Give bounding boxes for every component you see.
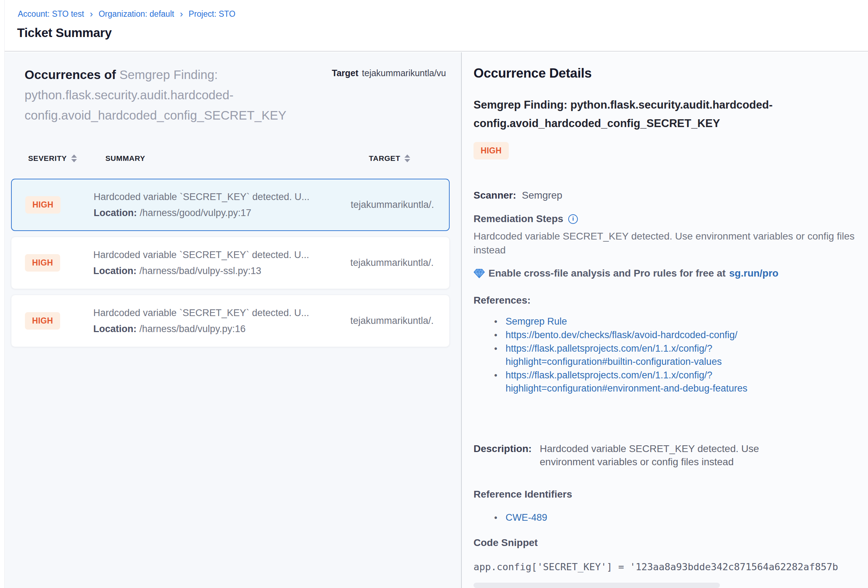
scanner-row: Scanner:Semgrep xyxy=(474,190,562,201)
horizontal-scrollbar-thumb[interactable] xyxy=(474,583,720,588)
column-header-summary: SUMMARY xyxy=(105,154,145,163)
code-snippet-label: Code Snippet xyxy=(474,537,537,548)
details-heading: Occurrence Details xyxy=(474,66,592,81)
breadcrumb: Account: STO test › Organization: defaul… xyxy=(18,9,235,19)
column-header-severity[interactable]: SEVERITY xyxy=(28,154,77,163)
occurrences-heading-bold: Occurrences of xyxy=(25,68,116,81)
location-value: /harness/bad/vulpy.py:16 xyxy=(140,324,246,334)
chevron-right-icon: › xyxy=(180,10,183,18)
cwe-link[interactable]: CWE-489 xyxy=(506,511,547,524)
reference-link[interactable]: https://flask.palletsprojects.com/en/1.1… xyxy=(506,369,758,395)
occurrences-table-header: SEVERITY SUMMARY TARGET xyxy=(28,154,441,168)
references-list: • Semgrep Rule • https://bento.dev/check… xyxy=(494,315,765,395)
bullet-icon: • xyxy=(494,329,506,342)
target-label: Target xyxy=(332,68,359,78)
reference-link[interactable]: https://flask.palletsprojects.com/en/1.1… xyxy=(506,342,758,368)
column-header-severity-label: SEVERITY xyxy=(28,154,67,163)
sort-icon xyxy=(404,155,410,162)
app-header: Account: STO test › Organization: defaul… xyxy=(0,0,868,52)
reference-link[interactable]: https://bento.dev/checks/flask/avoid-har… xyxy=(506,329,737,342)
pro-tip-row: Enable cross-file analysis and Pro rules… xyxy=(474,268,778,279)
breadcrumb-project-link[interactable]: Project: STO xyxy=(189,9,235,19)
occurrence-row-selected[interactable]: HIGH Hardcoded variable `SECRET_KEY` det… xyxy=(11,179,450,231)
collapsed-nav-strip xyxy=(0,0,4,588)
severity-badge: HIGH xyxy=(474,142,509,159)
occurrences-panel: Occurrences of Semgrep Finding: python.f… xyxy=(4,52,462,588)
reference-item: • https://bento.dev/checks/flask/avoid-h… xyxy=(494,329,765,342)
reference-identifier-item: • CWE-489 xyxy=(494,511,547,524)
chevron-right-icon: › xyxy=(90,10,93,18)
content-area: Occurrences of Semgrep Finding: python.f… xyxy=(4,52,868,588)
location-label: Location: xyxy=(94,208,137,218)
reference-item: • https://flask.palletsprojects.com/en/1… xyxy=(494,342,765,368)
occurrences-rows: HIGH Hardcoded variable `SECRET_KEY` det… xyxy=(11,179,450,353)
occurrence-summary: Hardcoded variable `SECRET_KEY` detected… xyxy=(93,305,350,321)
occurrence-target: tejakummarikuntla/. xyxy=(350,315,449,326)
target-line: Targettejakummarikuntla/vu xyxy=(332,68,461,78)
references-label: References: xyxy=(474,295,530,306)
occurrence-summary: Hardcoded variable `SECRET_KEY` detected… xyxy=(93,247,350,263)
description-row: Description: Hardcoded variable SECRET_K… xyxy=(474,442,803,469)
reference-identifiers-list: • CWE-489 xyxy=(494,511,547,525)
location-value: /harness/bad/vulpy-ssl.py:13 xyxy=(140,265,261,276)
target-value: tejakummarikuntla/vu xyxy=(362,68,446,78)
remediation-steps-row: Remediation Steps i xyxy=(474,213,578,225)
occurrence-details-panel: Occurrence Details Semgrep Finding: pyth… xyxy=(462,52,868,588)
bullet-icon: • xyxy=(494,369,506,395)
occurrence-row[interactable]: HIGH Hardcoded variable `SECRET_KEY` det… xyxy=(11,237,450,289)
reference-item: • Semgrep Rule xyxy=(494,315,765,328)
bullet-icon: • xyxy=(494,511,506,524)
location-label: Location: xyxy=(93,265,137,276)
gem-icon xyxy=(474,269,485,279)
column-header-summary-label: SUMMARY xyxy=(105,154,145,163)
occurrences-heading: Occurrences of Semgrep Finding: python.f… xyxy=(25,65,345,125)
pro-tip-link[interactable]: sg.run/pro xyxy=(729,268,778,279)
severity-badge: HIGH xyxy=(25,196,61,214)
breadcrumb-account-link[interactable]: Account: STO test xyxy=(18,9,84,19)
page-title: Ticket Summary xyxy=(17,26,112,40)
bullet-icon: • xyxy=(494,315,506,328)
occurrence-target: tejakummarikuntla/. xyxy=(351,199,449,210)
finding-title: Semgrep Finding: python.flask.security.a… xyxy=(474,96,833,133)
column-header-target[interactable]: TARGET xyxy=(369,154,410,163)
bullet-icon: • xyxy=(494,342,506,368)
location-value: /harness/good/vulpy.py:17 xyxy=(140,208,251,218)
severity-badge: HIGH xyxy=(25,312,60,330)
reference-identifiers-label: Reference Identifiers xyxy=(474,489,572,500)
severity-badge: HIGH xyxy=(25,254,60,271)
scanner-label: Scanner: xyxy=(474,190,516,201)
column-header-target-label: TARGET xyxy=(369,154,400,163)
description-label: Description: xyxy=(474,442,540,469)
code-snippet: app.config['SECRET_KEY'] = '123aa8a93bdd… xyxy=(474,561,856,572)
occurrence-row[interactable]: HIGH Hardcoded variable `SECRET_KEY` det… xyxy=(11,295,450,347)
pro-tip-text: Enable cross-file analysis and Pro rules… xyxy=(489,268,726,279)
reference-item: • https://flask.palletsprojects.com/en/1… xyxy=(494,369,765,395)
occurrence-target: tejakummarikuntla/. xyxy=(350,257,449,268)
description-text: Hardcoded variable SECRET_KEY detected. … xyxy=(540,442,803,469)
reference-link[interactable]: Semgrep Rule xyxy=(506,315,567,328)
remediation-text: Hardcoded variable SECRET_KEY detected. … xyxy=(474,229,856,257)
occurrence-summary: Hardcoded variable `SECRET_KEY` detected… xyxy=(94,189,351,205)
remediation-steps-label: Remediation Steps xyxy=(474,213,563,225)
breadcrumb-organization-link[interactable]: Organization: default xyxy=(99,9,174,19)
info-icon[interactable]: i xyxy=(568,214,578,224)
scanner-value: Semgrep xyxy=(522,190,562,201)
sort-icon xyxy=(71,155,77,162)
location-label: Location: xyxy=(93,324,137,334)
